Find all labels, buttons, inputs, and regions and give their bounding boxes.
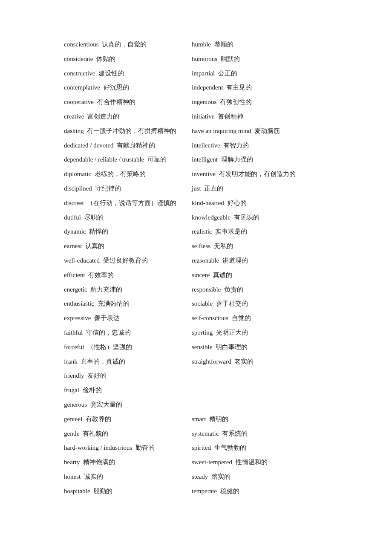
english-term: creative	[64, 113, 84, 120]
chinese-definition: 直率的，真诚的	[81, 358, 125, 365]
vocab-entry: well-educated 受过良好教育的	[64, 254, 192, 268]
vocab-entry: constructive 建设性的	[64, 66, 192, 81]
chinese-definition: 建设性的	[98, 70, 124, 77]
english-term: earnest	[64, 243, 82, 249]
chinese-definition: 光明正大的	[216, 329, 248, 336]
chinese-definition: 充满热情的	[98, 300, 130, 307]
english-term: knowledgeable	[192, 214, 231, 221]
vocab-entry: straightforward 老实的	[192, 355, 332, 369]
chinese-definition: 自觉的	[232, 315, 251, 321]
english-term: well-educated	[64, 257, 100, 264]
vocab-entry: hard-working / industrious 勤奋的	[64, 441, 192, 455]
vocab-entry: just 正直的	[192, 182, 332, 196]
english-term: systematic	[192, 430, 219, 437]
chinese-definition: 好沉思的	[104, 84, 129, 91]
chinese-definition: 精神饱满的	[83, 459, 115, 465]
chinese-definition: 有智力的	[223, 142, 249, 149]
blank-line	[192, 369, 332, 383]
blank-line	[192, 398, 332, 412]
chinese-definition: 有系统的	[222, 430, 248, 437]
english-term: sociable	[192, 300, 213, 307]
vocab-entry: dynamic 精悍的	[64, 225, 192, 239]
vocab-entry: dedicated / devoted 有献身精神的	[64, 139, 192, 153]
vocab-entry: steady 踏实的	[192, 470, 332, 484]
chinese-definition: 善于表达	[94, 315, 120, 321]
english-term: selfless	[192, 243, 210, 249]
vocab-entry: ingenious 有独创性的	[192, 95, 332, 110]
vocab-entry: disciplined 守纪律的	[64, 182, 192, 196]
chinese-definition: 公正的	[218, 70, 237, 77]
vocab-entry: discreet （在行动，说话等方面）谨慎的	[64, 196, 192, 211]
english-term: kind-hearted	[192, 199, 224, 206]
chinese-definition: 富创造力的	[87, 113, 119, 120]
chinese-definition: 有合作精神的	[97, 98, 135, 105]
english-term: discreet	[64, 199, 84, 206]
english-term: faithful	[64, 329, 83, 336]
english-term: generous	[64, 401, 87, 408]
english-term: genteel	[64, 416, 82, 422]
vocab-entry: energetic 精力充沛的	[64, 283, 192, 297]
english-term: frank	[64, 358, 78, 365]
chinese-definition: 讲道理的	[222, 257, 248, 264]
vocab-entry: earnest 认真的	[64, 239, 192, 254]
chinese-definition: （性格）坚强的	[87, 344, 132, 350]
english-term: gentle	[64, 430, 80, 437]
english-term: dashing	[64, 127, 84, 134]
vocab-entry: independent 有主见的	[192, 81, 332, 95]
english-term: temperate	[192, 488, 217, 494]
english-term: initiative	[192, 113, 214, 120]
english-term: cooperative	[64, 98, 94, 105]
english-term: dutiful	[64, 214, 81, 221]
english-term: reasonable	[192, 257, 219, 264]
english-term: efficient	[64, 272, 85, 278]
english-term: sweet-tempered	[192, 459, 232, 465]
vocab-entry: conscientious 认真的，自觉的	[64, 38, 192, 52]
vocab-entry: kind-hearted 好心的	[192, 196, 332, 211]
vocab-entry: efficient 有效率的	[64, 268, 192, 283]
vocab-entry: selfless 无私的	[192, 239, 332, 254]
vocab-entry: dutiful 尽职的	[64, 211, 192, 225]
chinese-definition: 诚实的	[84, 473, 103, 480]
chinese-definition: 有独创性的	[220, 98, 252, 105]
chinese-definition: 尽职的	[84, 214, 104, 221]
chinese-definition: 有教养的	[86, 416, 111, 422]
vocab-entry: sociable 善于社交的	[192, 297, 332, 311]
left-column: conscientious 认真的，自觉的considerate 体贴的cons…	[64, 38, 192, 499]
chinese-definition: 踏实的	[211, 473, 231, 480]
vocab-entry: contemplative 好沉思的	[64, 81, 192, 95]
chinese-definition: 生气勃勃的	[214, 444, 246, 451]
vocab-entry: enthusiastic 充满热情的	[64, 297, 192, 311]
english-term: considerate	[64, 55, 93, 62]
vocab-entry: sensible 明白事理的	[192, 340, 332, 355]
chinese-definition: 勤奋的	[135, 444, 155, 451]
english-term: humble	[192, 41, 211, 48]
chinese-definition: 爱动脑筋	[254, 127, 280, 134]
chinese-definition: 幽默的	[221, 55, 240, 62]
chinese-definition: 殷勤的	[93, 488, 112, 494]
vocab-entry: gentle 有礼貌的	[64, 427, 192, 441]
vocab-entry: frank 直率的，真诚的	[64, 355, 192, 369]
english-term: dependable / reliable / trustable	[64, 156, 144, 163]
vocab-entry: systematic 有系统的	[192, 427, 332, 441]
chinese-definition: 负责的	[224, 286, 243, 293]
vocab-entry: self-conscious 自觉的	[192, 311, 332, 326]
chinese-definition: 受过良好教育的	[103, 257, 148, 264]
chinese-definition: 首创精神	[218, 113, 243, 120]
vocab-entry: intelligent 理解力强的	[192, 153, 332, 167]
english-term: disciplined	[64, 185, 92, 192]
english-term: conscientious	[64, 41, 99, 48]
vocab-entry: impartial 公正的	[192, 66, 332, 81]
vocab-entry: sweet-tempered 性情温和的	[192, 455, 332, 470]
chinese-definition: 实事求是的	[215, 228, 247, 235]
english-term: ingenious	[192, 98, 216, 105]
vocab-entry: honest 诚实的	[64, 470, 192, 484]
english-term: energetic	[64, 286, 87, 293]
english-term: self-conscious	[192, 315, 228, 321]
chinese-definition: 俭朴的	[83, 387, 102, 393]
english-term: forceful	[64, 344, 84, 350]
vocab-entry: forceful （性格）坚强的	[64, 340, 192, 355]
chinese-definition: 精力充沛的	[90, 286, 122, 293]
english-term: dynamic	[64, 228, 86, 235]
chinese-definition: 有一股子冲劲的，有拼搏精神的	[87, 127, 176, 134]
chinese-definition: 无私的	[214, 243, 233, 249]
